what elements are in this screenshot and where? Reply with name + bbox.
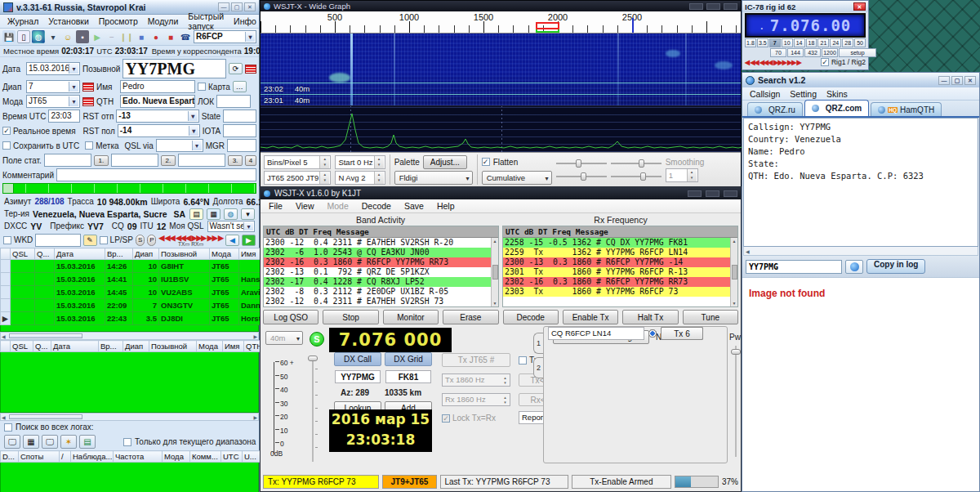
comment-field[interactable] [56,168,256,181]
rig-band-button[interactable]: 50 [854,38,866,47]
wkd-checkbox[interactable] [3,236,11,244]
decode-row[interactable]: 2302 -13 0.1 792 # QRZ DE 5P1KZX [264,267,491,277]
rig-band-button[interactable]: 3.5 [757,38,768,47]
next-arrow-icon[interactable]: ▶ [242,235,256,246]
stat-button-4[interactable]: 4 [245,155,256,166]
spectrum-mode-select[interactable]: Cumulative [482,171,552,185]
rst-rcvd-field[interactable]: -14 [118,124,200,137]
menu-view[interactable]: View [290,200,320,212]
decode-row[interactable]: 2259 Tx 1362 # YY7PMG R6FCP LN14 [503,248,730,257]
menu-help[interactable]: Help [431,200,461,212]
stop-blue-icon[interactable]: ■ [135,30,148,43]
wide-graph-titlebar[interactable]: WSJT-X - Wide Graph [261,1,741,11]
state-field[interactable] [223,110,256,123]
menu-file[interactable]: File [263,200,288,212]
minimize-icon[interactable] [689,3,703,10]
pwr-slider[interactable] [731,346,741,457]
tune-up-arrows[interactable]: ▶▶▶ ▶▶ ▶ [773,59,800,66]
search-all-checkbox[interactable] [4,423,12,432]
n-avg-spinner[interactable]: N Avg 2 [335,171,385,185]
close-icon[interactable] [724,190,737,197]
maximize-icon[interactable] [706,3,720,10]
worked-call-combo[interactable]: R6FCP [194,30,256,43]
callsign-field[interactable]: YY7PMG [122,59,226,78]
decode-row[interactable]: 2302 -8 0.3 2112 # 2E0DGP UX1BZ R-05 [264,287,491,297]
dx-grid-button[interactable]: DX Grid [385,352,432,366]
browser-icon[interactable]: ◍ [224,208,238,220]
dx-call-button[interactable]: DX Call [334,352,381,366]
loc-field[interactable] [216,95,251,108]
decode-row[interactable]: 2302 -16 0.3 1860 # R6FCP YY7PMG RR73 [264,257,491,267]
minimize-icon[interactable]: — [938,76,950,85]
enable-tx-button[interactable]: Enable Tx [563,310,618,324]
search-tab[interactable]: HQ HamQTH [871,102,942,116]
rx-frequency-scrollbar[interactable]: ▲▼ [730,238,737,306]
rig-titlebar[interactable]: IC-78 rig id 62 ✕ [742,1,868,12]
menu-decode[interactable]: Decode [356,200,397,212]
flatten-checkbox[interactable] [482,158,490,166]
more-icon[interactable]: ▾ [241,208,255,220]
decode-button[interactable]: Decode [503,310,559,324]
logger-menu-item[interactable]: Просмотр [95,16,142,27]
rig-band-button[interactable]: 18 [806,38,817,47]
mode-field[interactable]: JT65 [26,95,80,108]
minus-icon[interactable]: − [105,30,118,43]
tab-1[interactable]: 1 [533,333,543,354]
pause-icon[interactable]: ❙❙ [120,30,133,43]
col-q[interactable]: Q... [35,248,55,260]
decode-row[interactable]: 2303 Tx 1860 # YY7PMG R6FCP 73 [503,287,730,297]
stats-icon[interactable]: ▦ [207,208,220,220]
decode-row[interactable]: 2258 -15 -0.5 1362 # CQ DX YY7PMG FK81 [503,238,730,248]
search-tab[interactable]: QRZ.com [804,100,869,116]
grid-icon[interactable]: ▦ [23,435,39,449]
rig-band-button[interactable]: 1200 [822,48,838,57]
monitor2-icon[interactable]: 🖵 [42,435,58,449]
iota-field[interactable] [223,124,256,137]
tx-now-button[interactable]: Tx 6 [661,327,703,340]
close-icon[interactable] [724,3,737,10]
rig-band-button[interactable]: 24 [830,38,841,47]
decode-row[interactable]: 2300 -13 0.3 1860 # R6FCP YY7PMG -14 [503,257,730,267]
map-button-icon[interactable]: … [233,81,247,92]
p-button[interactable]: P [147,235,156,246]
rx-freq-spinner[interactable]: Rx 1860 Hz [442,393,510,406]
band-activity-scrollbar[interactable]: ▲▼ [491,238,498,306]
layers-icon[interactable]: ▤ [79,435,96,449]
decode-row[interactable]: 2302 -6 1.0 2543 @ CQ EA3KU JN00 [264,248,491,257]
search-titlebar[interactable]: Search v1.2 — ▢ ✕ [742,73,979,87]
spectrum-gain-slider[interactable] [611,158,662,169]
tab-2[interactable]: 2 [533,357,543,378]
monitor-button[interactable]: Monitor [383,310,439,324]
logger-menu-item[interactable]: Быстрый запуск [184,11,228,32]
map-checkbox[interactable] [198,83,206,91]
search-menu-item[interactable]: Callsign [746,88,784,100]
halt-tx-button[interactable]: Halt Tx [622,310,678,324]
rig-band-button[interactable]: 21 [817,38,829,47]
lpsp-checkbox[interactable] [100,236,108,244]
record-icon[interactable]: ● [149,30,163,43]
col-name[interactable]: Имя [239,248,261,260]
play-icon[interactable]: ▶ [91,30,104,43]
utc-time-field[interactable]: 23:03 [48,110,80,123]
palette-select[interactable]: Fldigi [394,171,473,185]
chevron-down-icon[interactable]: ▾ [47,30,60,43]
decode-row[interactable]: 2301 Tx 1860 # YY7PMG R6FCP R-13 [503,267,730,277]
stat-button-2[interactable]: 2. [161,155,176,166]
stat-field-2[interactable] [111,154,158,167]
note-icon[interactable]: ▤ [189,208,203,220]
save-utc-checkbox[interactable] [2,141,11,150]
name-field[interactable]: Pedro [120,80,195,93]
spectrum-plot[interactable] [261,105,741,152]
qth-field[interactable]: Edo. Nueva Esparta. C [120,95,195,108]
col-qsl[interactable]: QSL [11,248,35,260]
log-table-hscrollbar[interactable]: ◀▶ [0,332,259,340]
stop-button[interactable]: Stop [323,310,378,324]
adjust-button[interactable]: Adjust... [423,155,467,169]
log-qso-button[interactable]: Log QSO [263,310,318,324]
copy-in-log-button[interactable]: Copy in log [866,259,925,274]
lock-txrx-checkbox[interactable] [442,414,450,423]
logger-menu-item[interactable]: Журнал [3,16,42,27]
rig-band-button[interactable]: 70 [770,48,786,57]
realtime-checkbox[interactable] [2,127,11,135]
logger-menu-item[interactable]: Инфо [229,16,261,27]
